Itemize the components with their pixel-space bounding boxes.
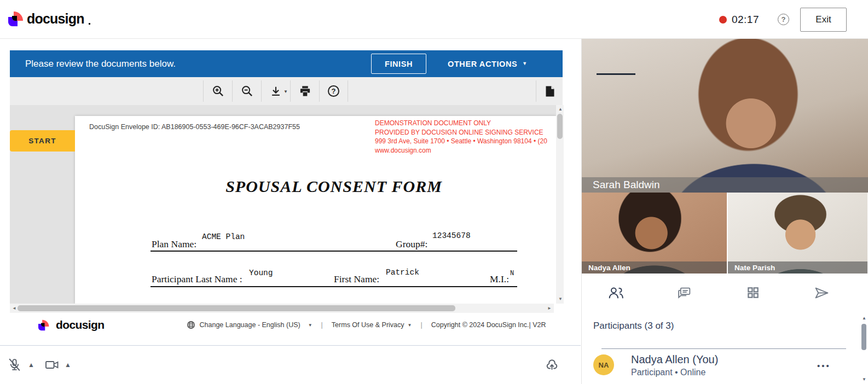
download-button[interactable]: ▼ [261,80,290,102]
print-button[interactable] [290,80,319,102]
other-actions-label: OTHER ACTIONS [448,60,517,68]
layout-grid-icon [746,286,760,300]
download-icon [270,85,282,97]
mic-muted-icon [7,358,22,373]
mic-options-caret-icon[interactable]: ▲ [28,361,34,369]
globe-icon [187,321,195,329]
first-name-value: Patrick [386,268,419,277]
footer-docusign-logo-icon [38,319,49,330]
help-button[interactable]: ? [319,80,348,102]
scroll-left-icon[interactable]: ◄ [12,306,16,311]
docusign-logo-icon [8,11,23,26]
tab-send[interactable] [787,274,855,312]
mic-muted-button[interactable] [7,358,22,373]
header-actions: 02:17 ? Exit [719,0,847,39]
footer-docusign-wordmark: docusign [56,318,105,331]
video-tile-thumb[interactable]: Nate Parish [728,193,867,274]
last-name-value: Young [249,269,273,277]
scroll-up-icon[interactable]: ▲ [862,316,866,321]
horizontal-scrollbar[interactable]: ◄ ► [10,304,554,313]
language-caret-icon: ▼ [308,323,313,328]
plan-name-label: Plan Name: [152,238,196,250]
terms-caret-icon: ▼ [408,323,412,328]
zoom-out-button[interactable] [232,80,261,102]
av-controls-bar: ▲ ▲ [0,345,581,384]
more-options-icon[interactable]: ••• [817,361,831,370]
docusign-wordmark-dot [89,23,90,25]
footer-docusign-logo: docusign [38,318,105,333]
video-thumbnails: Nadya Allen Nate Parish [582,193,868,274]
document-viewport: DocuSign Envelope ID: AB186905-0553-469E… [10,105,556,304]
camera-options-caret-icon[interactable]: ▲ [65,361,71,369]
exit-button[interactable]: Exit [800,8,847,32]
last-name-label: Participant Last Name : [152,274,242,285]
group-value: 12345678 [432,231,471,240]
session-timer: 02:17 [732,14,759,26]
participant-name: Nadya Allen (You) [631,353,718,366]
signing-footer: docusign Change Language - English (US) … [10,313,565,337]
scroll-down-icon[interactable]: ▼ [558,297,563,301]
panel-tabs [582,274,855,312]
other-actions-menu[interactable]: OTHER ACTIONS ▼ [448,50,528,77]
form-rule [151,251,517,252]
scroll-right-icon[interactable]: ► [547,306,552,311]
copyright-text: Copyright © 2024 DocuSign Inc.| V2R [431,321,546,329]
participants-icon [607,286,624,300]
participants-scrollbar[interactable]: ▲ ▼ [860,315,867,383]
tab-layout[interactable] [719,274,787,312]
document-page: DocuSign Envelope ID: AB186905-0553-469E… [75,116,556,304]
tab-chat[interactable] [650,274,719,312]
participant-status: Participant • Online [631,368,705,377]
record-dot [719,16,727,24]
participants-heading: Participants (3 of 3) [593,321,674,331]
video-tile-thumb[interactable]: Nadya Allen [582,193,728,274]
terms-privacy-label: Terms Of Use & Privacy [332,321,404,329]
demo-line: www.docusign.com [375,146,556,155]
demo-line: PROVIDED BY DOCUSIGN ONLINE SIGNING SERV… [375,128,556,137]
first-name-label: First Name: [334,274,379,285]
review-message: Please review the documents below. [25,59,176,69]
avatar: NA [593,354,614,375]
divider [601,348,846,349]
mi-value: N [510,270,514,277]
document-list-button[interactable] [536,80,563,102]
camera-button[interactable] [44,358,60,371]
scroll-down-icon[interactable]: ▼ [862,377,866,382]
change-language-dropdown[interactable]: Change Language - English (US) ▼ [187,321,313,329]
participants-section: Participants (3 of 3) NA Nadya Allen (Yo… [582,312,868,384]
finish-button[interactable]: FINISH [371,54,426,74]
video-tile-main[interactable]: Sarah Baldwin [582,39,868,193]
demo-line: 999 3rd Ave, Suite 1700 • Seattle • Wash… [375,137,556,146]
review-banner: Please review the documents below. FINIS… [10,50,563,77]
zoom-in-button[interactable] [203,80,232,102]
mi-label: M.I.: [490,274,509,285]
start-tab-button[interactable]: START [10,130,75,152]
tab-participants[interactable] [582,274,650,312]
chat-icon [677,286,692,300]
footer-separator: | [321,321,323,329]
docusign-logo: docusign [8,11,90,27]
demo-notice: DEMONSTRATION DOCUMENT ONLY PROVIDED BY … [375,119,556,155]
camera-icon [44,358,60,371]
participants-scroll-thumb[interactable] [861,324,866,350]
video-call-panel: Sarah Baldwin Nadya Allen Nate Parish [581,39,868,384]
scroll-up-icon[interactable]: ▲ [558,107,563,112]
envelope-id: DocuSign Envelope ID: AB186905-0553-469E… [89,123,300,131]
horizontal-scroll-thumb[interactable] [18,305,455,311]
form-rule [151,286,517,287]
plan-name-value: ACME Plan [202,232,245,241]
vertical-scroll-thumb[interactable] [557,114,563,139]
download-caret-icon: ▼ [283,89,288,94]
zoom-out-icon [241,85,253,97]
help-icon[interactable]: ? [778,14,789,25]
cloud-upload-icon [545,358,559,373]
document-title: SPOUSAL CONSENT FORM [225,177,442,196]
video-name-label: Sarah Baldwin [582,177,868,193]
vertical-scrollbar[interactable]: ▲ ▼ [556,105,564,304]
terms-privacy-dropdown[interactable]: Terms Of Use & Privacy ▼ [332,321,412,329]
document-toolbar: ▼ ? [10,77,563,105]
send-icon [814,286,829,300]
cloud-upload-button[interactable] [545,358,559,373]
change-language-label: Change Language - English (US) [200,321,300,329]
active-tab-underline [597,73,635,75]
